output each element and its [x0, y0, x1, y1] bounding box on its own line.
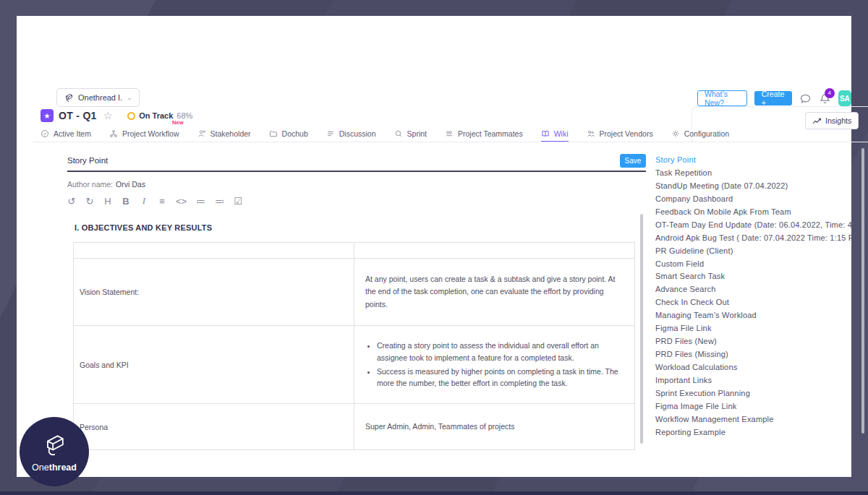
bullet-list-button[interactable]: ≔: [196, 196, 205, 207]
notification-count-badge: 4: [825, 88, 835, 98]
table-row: Goals and KPI Creating a story point to …: [74, 326, 635, 404]
folder-icon: [269, 129, 278, 138]
tab-configuration[interactable]: Configuration: [671, 126, 729, 142]
gear-icon: [671, 129, 680, 138]
wiki-page-item[interactable]: Custom Field: [655, 258, 858, 271]
document-body[interactable]: I. OBJECTIVES AND KEY RESULTS Vision Sta…: [60, 212, 646, 452]
undo-button[interactable]: ↺: [67, 196, 76, 207]
trend-icon: [812, 117, 822, 125]
wiki-page-item[interactable]: Android Apk Bug Test ( Date: 07.04.2022 …: [655, 232, 858, 245]
workflow-icon: [109, 129, 118, 138]
header-divider: [33, 142, 868, 142]
status-dot-icon: [127, 112, 135, 120]
sprint-icon: [394, 129, 403, 138]
redo-button[interactable]: ↻: [85, 196, 94, 207]
wiki-page-item[interactable]: OT-Team Day End Update (Date: 06.04.2022…: [655, 219, 858, 232]
bold-button[interactable]: B: [122, 196, 130, 207]
insights-label: Insights: [825, 116, 851, 125]
wiki-page-item[interactable]: Company Dashboard: [655, 193, 858, 206]
sidebar-scrollbar[interactable]: [861, 148, 864, 434]
wiki-page-item[interactable]: Smart Search Task: [655, 270, 858, 283]
user-avatar[interactable]: SA: [838, 90, 851, 106]
checkbox-button[interactable]: ☑: [234, 196, 242, 207]
ordered-list-button[interactable]: ≕: [215, 196, 224, 207]
italic-button[interactable]: I: [140, 195, 148, 207]
table-row: Persona Super Admin, Admin, Teammates of…: [74, 404, 635, 450]
table-row: Vision Statement: At any point, users ca…: [74, 259, 635, 326]
app-window: Onethread I. ⌄ What’s New? Create + 4: [17, 16, 851, 477]
tab-project-vendors[interactable]: Project Vendors: [587, 126, 653, 142]
tab-project-workflow[interactable]: Project Workflow New: [109, 126, 179, 142]
code-button[interactable]: <>: [176, 196, 187, 207]
onethread-brand-badge: Onethread: [20, 417, 89, 486]
chat-icon[interactable]: [799, 92, 812, 105]
tab-dochub[interactable]: Dochub: [269, 126, 308, 142]
wiki-page-item[interactable]: Reporting Example: [655, 426, 858, 439]
heading-button[interactable]: H: [103, 196, 112, 207]
wiki-page-item[interactable]: Check In Check Out: [655, 296, 858, 309]
wiki-page-item[interactable]: Advance Search: [655, 283, 858, 296]
document-table: Vision Statement: At any point, users ca…: [73, 242, 635, 450]
document-title-field[interactable]: Story Point Save: [67, 152, 646, 172]
editor-toolbar: ↺ ↻ H B I ≡ <> ≔ ≕ ☑: [67, 195, 646, 207]
onethread-3d-logo-icon: [41, 431, 68, 460]
table-cell-bullets: Creating a story point to assess the ind…: [355, 334, 634, 395]
wiki-page-item[interactable]: PR Guideline (Client): [655, 245, 858, 258]
tab-stakeholder[interactable]: Stakeholder: [197, 126, 251, 142]
bottom-frame-strip: [0, 491, 868, 495]
bullet-item: Success is measured by higher points on …: [377, 366, 624, 390]
onethread-logo-icon: [64, 92, 74, 103]
table-cell-text: At any point, users can create a task & …: [355, 267, 634, 317]
table-cell-label: Persona: [74, 404, 354, 450]
bullet-item: Creating a story point to assess the ind…: [377, 340, 624, 364]
wiki-page-item[interactable]: Figma Image File Link: [655, 400, 858, 413]
wiki-page-item[interactable]: PRD Files (New): [655, 335, 858, 348]
workspace-selector[interactable]: Onethread I. ⌄: [56, 88, 140, 107]
wiki-page-item[interactable]: Story Point: [655, 154, 858, 167]
create-button[interactable]: Create +: [754, 91, 792, 106]
wiki-page-item[interactable]: Important Links: [655, 374, 858, 387]
insights-button[interactable]: Insights: [805, 112, 859, 129]
workspace-label: Onethread I.: [78, 93, 122, 102]
wiki-page-item[interactable]: Managing Team’s Workload: [655, 309, 858, 322]
author-row: Author name:Orvi Das: [67, 180, 646, 189]
wiki-page-list: Story Point Task Repetition StandUp Meet…: [655, 154, 858, 439]
wiki-page-item[interactable]: StandUp Meeting (Date 07.04.2022): [655, 180, 858, 193]
align-button[interactable]: ≡: [158, 196, 166, 207]
whats-new-button[interactable]: What’s New?: [697, 90, 747, 106]
table-cell-label: Vision Statement:: [74, 259, 354, 326]
tab-wiki[interactable]: Wiki: [541, 126, 569, 142]
check-circle-icon: [41, 129, 49, 138]
wiki-page-item[interactable]: Figma File Link: [655, 322, 858, 335]
project-star-icon: ★: [41, 109, 54, 122]
wiki-page-item[interactable]: Workflow Management Example: [655, 413, 858, 426]
project-header: ★ OT - Q1 ☆ On Track 68%: [41, 109, 192, 122]
save-button[interactable]: Save: [620, 154, 646, 168]
favorite-star-icon[interactable]: ☆: [103, 110, 113, 121]
wiki-page-item[interactable]: Task Repetition: [655, 167, 858, 180]
project-title: OT - Q1: [59, 110, 97, 121]
editor-scrollbar[interactable]: [640, 214, 643, 444]
tab-sprint[interactable]: Sprint: [394, 126, 427, 142]
new-badge: New: [172, 119, 183, 126]
book-icon: [541, 129, 550, 138]
document-heading: I. OBJECTIVES AND KEY RESULTS: [75, 223, 212, 232]
tab-discussion[interactable]: Discussion: [326, 126, 376, 142]
notifications-button[interactable]: 4: [819, 92, 831, 105]
document-title: Story Point: [67, 152, 646, 165]
status-label: On Track: [139, 111, 173, 120]
teammates-icon: [445, 129, 454, 138]
author-label: Author name:: [67, 180, 113, 189]
table-cell-text: Super Admin, Admin, Teammates of project…: [355, 415, 634, 439]
wiki-page-item[interactable]: Feedback On Mobile Apk From Team: [655, 206, 858, 219]
tab-active-item[interactable]: Active Item: [41, 126, 91, 142]
desktop-background: Onethread I. ⌄ What’s New? Create + 4: [0, 0, 868, 495]
author-name: Orvi Das: [116, 180, 145, 189]
tab-project-teammates[interactable]: Project Teammates: [445, 126, 523, 142]
wiki-page-item[interactable]: PRD Files (Missing): [655, 348, 858, 361]
stakeholder-icon: [197, 129, 206, 138]
wiki-page-item[interactable]: Workload Calculations: [655, 361, 858, 374]
table-cell-label: Goals and KPI: [74, 326, 354, 404]
discussion-icon: [326, 129, 335, 138]
wiki-page-item[interactable]: Sprint Execution Planning: [655, 387, 858, 400]
